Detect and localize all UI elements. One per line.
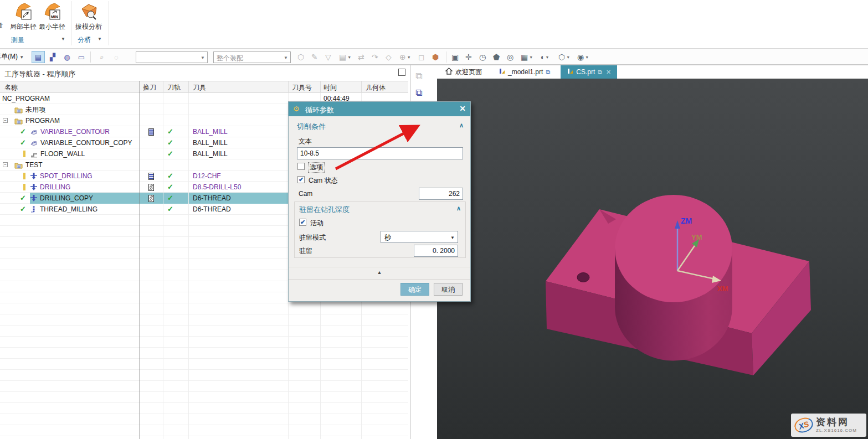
copy-object-icon[interactable]: ↷ [372,51,378,63]
machine-tool-view-icon[interactable]: ▞ [46,51,59,63]
chevron-up-icon[interactable]: ∧ [459,122,464,129]
active-checkbox-label[interactable]: 活动 [310,219,323,228]
gray-cube-icon[interactable]: ◻ [418,51,425,63]
find-object-icon[interactable]: ⌕ [95,51,109,63]
cam-status-label[interactable]: Cam 状态 [309,176,338,185]
graphics-window[interactable]: ZM YM XM XS 资料网 ZL.XS1616.COM [437,79,868,439]
section-cutting-conditions: 切削条件 [297,122,326,132]
dwell-value-input[interactable]: 0. 2000 [414,245,458,257]
column-divider [163,126,163,137]
close-icon[interactable]: ✕ [459,104,466,113]
column-divider [320,370,321,381]
tab--[interactable]: 欢迎页面 [439,65,488,79]
display-result-icon[interactable]: ▣ [451,51,459,63]
assembly-scope-combo[interactable]: 整个装配 ▼ [213,51,291,63]
column-divider [163,270,163,281]
folder-icon [14,106,23,115]
tree-expander[interactable]: − [3,118,8,123]
column-divider [188,126,189,137]
row-label: NC_PROGRAM [2,93,50,104]
program-order-view-icon[interactable]: ▤ [32,51,45,63]
cam-value-input[interactable]: 262 [419,188,463,200]
dialog-titlebar[interactable]: ⚙ 循环参数 ✕ [289,102,470,116]
row-label: VARIABLE_CONTOUR [40,126,110,137]
orient-view-icon[interactable]: ⬡▼ [558,51,570,63]
column-divider [288,314,289,326]
reload-icon[interactable]: ⧉ [598,69,602,76]
watermark-logo: XS [793,415,815,435]
column-header-1[interactable]: 换刀 [143,83,156,92]
edit-object-icon[interactable]: ✎ [311,51,318,63]
column-header-3[interactable]: 刀具 [193,83,206,92]
column-divider [288,370,289,381]
reload-icon[interactable]: ⧉ [546,69,550,76]
dwell-mode-select[interactable]: 秒 ▼ [381,231,458,243]
text-input[interactable]: 10-8.5 [297,147,463,159]
close-icon[interactable]: ✕ [606,69,611,76]
column-header-4[interactable]: 刀具号 [292,83,312,92]
ok-button[interactable]: 确定 [400,283,429,296]
column-divider [288,348,289,359]
maximize-icon[interactable] [398,69,405,76]
dwell-mode-value: 秒 [384,233,391,242]
column-divider[interactable] [140,81,140,439]
wcs-icon[interactable]: ⊕▼ [399,51,411,63]
option-checkbox[interactable] [297,163,305,170]
pan-view-icon[interactable]: ✛ [465,51,472,63]
column-divider [163,204,163,215]
chevron-up-icon[interactable]: ∧ [456,205,461,212]
tool-name: D6-THREAD [193,194,231,202]
clay-render-icon[interactable]: ◖▼ [540,51,549,63]
navigator-header[interactable]: 名称换刀刀轨刀具刀具号时间几何体 [0,81,408,93]
navigator-titlebar: 工序导航器 - 程序顺序 [0,65,410,81]
operation-navigator-icon[interactable]: ⧉ [415,87,422,99]
min-radius-button[interactable]: MIN 最小半径 [38,1,66,32]
cancel-button[interactable]: 取消 [434,283,463,296]
watermark-site: 资料网 [816,417,857,427]
cam-status-checkbox[interactable]: ✔ [297,176,305,183]
column-divider [163,215,163,226]
chevron-down-icon[interactable]: ▼ [61,37,65,42]
ribbon-separator [71,1,71,45]
column-divider [188,314,189,326]
search-combo[interactable]: ▼ [136,51,208,63]
column-header-2[interactable]: 刀轨 [167,83,181,92]
visibility-icon[interactable]: ◉▼ [577,51,589,63]
column-header-0[interactable]: 名称 [4,83,18,92]
column-divider [361,359,362,370]
shaded-view-icon[interactable]: ⬟ [493,51,500,63]
move-object-icon[interactable]: ⇄ [358,51,364,63]
column-divider [163,237,163,248]
suppress-icon[interactable]: ⬡ [297,51,304,63]
column-header-6[interactable]: 几何体 [366,83,386,92]
tab--model1-prt[interactable]: _model1.prt⧉ [492,65,556,79]
tree-expander[interactable]: − [3,162,8,167]
object-list-icon[interactable]: ▤▼ [339,51,351,63]
column-divider [320,303,321,314]
tool-change-icon [148,128,155,137]
local-radius-button[interactable]: 局部半径 [9,1,38,32]
menu-button[interactable]: 菜单(M) ▼ [0,52,24,61]
watermark: XS 资料网 ZL.XS1616.COM [791,414,866,437]
datum-icon[interactable]: ◇ [386,51,392,63]
column-header-5[interactable]: 时间 [323,83,337,92]
column-divider [361,303,362,314]
active-checkbox[interactable]: ✔ [299,219,306,226]
search-result-icon[interactable]: ◌ [110,51,123,63]
option-checkbox-label[interactable]: 选项 [309,163,324,172]
dependencies-icon[interactable]: ⧉ [415,71,422,82]
column-divider [188,337,189,348]
geometry-view-icon[interactable]: ◍ [60,51,74,63]
column-divider [361,392,362,403]
tab-cs-prt[interactable]: CS.prt⧉✕ [561,65,617,79]
collapse-triangle-icon[interactable]: ▲ [289,270,470,275]
column-divider [188,182,189,193]
regenerate-bar-icon [23,173,25,179]
clock-icon[interactable]: ◷ [479,51,486,63]
wireframe-view-icon[interactable]: ◎ [507,51,513,63]
orange-cube-icon[interactable]: ⬢ [432,51,439,63]
chevron-down-icon[interactable]: ▼ [97,37,102,42]
window-layout-icon[interactable]: ▦▼ [521,51,533,63]
method-view-icon[interactable]: ▭ [75,51,88,63]
filter-icon[interactable]: ▽ [325,51,331,63]
